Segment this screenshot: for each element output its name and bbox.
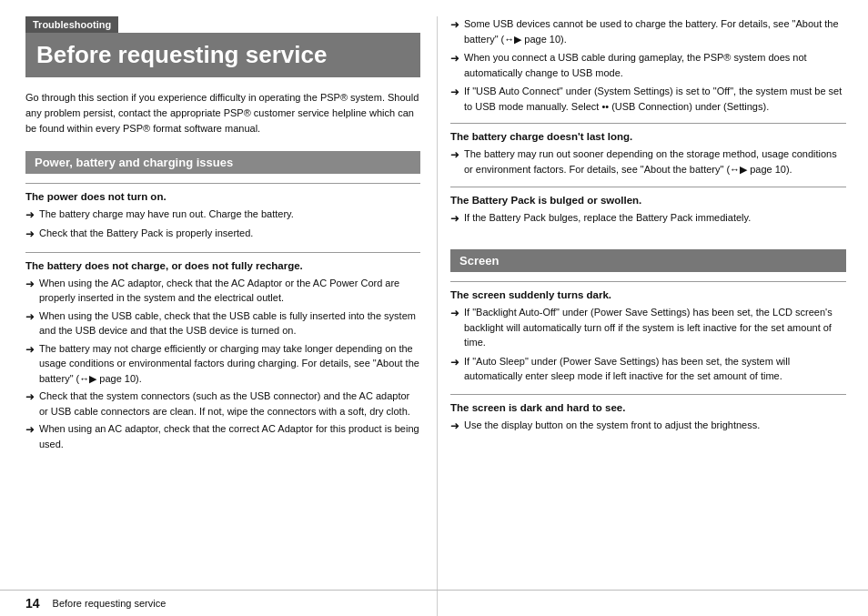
issue-battery-swollen: The Battery Pack is bulged or swollen. ➜… <box>450 187 846 237</box>
issue-battery-life-title: The battery charge doesn't last long. <box>450 131 846 142</box>
bullet-text: If "Backlight Auto-Off" under (Power Sav… <box>464 305 846 350</box>
intro-text: Go through this section if you experienc… <box>25 90 420 136</box>
arrow-icon: ➜ <box>450 305 459 321</box>
arrow-icon: ➜ <box>25 276 35 292</box>
bullet-text: If "USB Auto Connect" under (System Sett… <box>464 84 846 114</box>
arrow-icon: ➜ <box>450 16 459 33</box>
issue-battery-charge-title: The battery does not charge, or does not… <box>25 260 420 271</box>
arrow-icon: ➜ <box>25 341 35 358</box>
list-item: ➜ If "Auto Sleep" under (Power Save Sett… <box>450 354 846 384</box>
troubleshooting-label: Troubleshooting <box>25 16 420 33</box>
list-item: ➜ When using the USB cable, check that t… <box>25 308 420 338</box>
list-item: ➜ Check that the Battery Pack is properl… <box>25 226 420 242</box>
bullet-text: Some USB devices cannot be used to charg… <box>464 16 846 46</box>
arrow-icon: ➜ <box>25 226 35 242</box>
list-item: ➜ Some USB devices cannot be used to cha… <box>450 16 846 46</box>
page-title: Before requesting service <box>25 33 420 77</box>
arrow-icon: ➜ <box>450 84 459 100</box>
list-item: ➜ If "Backlight Auto-Off" under (Power S… <box>450 305 846 350</box>
bullet-text: Check that the system connectors (such a… <box>39 389 420 419</box>
issue-power-off-title: The power does not turn on. <box>25 191 420 202</box>
bullet-text: If the Battery Pack bulges, replace the … <box>464 210 846 226</box>
list-item: ➜ The battery charge may have run out. C… <box>25 207 420 223</box>
list-item: ➜ The battery may run out sooner dependi… <box>450 146 846 177</box>
issue-battery-charge: The battery does not charge, or does not… <box>25 252 420 462</box>
list-item: ➜ Use the display button on the system f… <box>450 418 846 434</box>
bullet-text: When using an AC adaptor, check that the… <box>39 421 420 451</box>
bullet-text: The battery may not charge efficiently o… <box>39 341 420 387</box>
list-item: ➜ The battery may not charge efficiently… <box>25 341 420 387</box>
arrow-icon: ➜ <box>450 50 459 66</box>
issue-battery-life: The battery charge doesn't last long. ➜ … <box>450 123 846 187</box>
arrow-icon: ➜ <box>450 418 459 434</box>
issue-battery-swollen-title: The Battery Pack is bulged or swollen. <box>450 195 846 206</box>
bullet-text: The battery charge may have run out. Cha… <box>39 207 420 222</box>
arrow-icon: ➜ <box>450 146 459 163</box>
page-number: 14 <box>25 596 40 611</box>
bullet-text: When you connect a USB cable during game… <box>464 50 846 80</box>
bullet-text: If "Auto Sleep" under (Power Save Settin… <box>464 354 846 384</box>
list-item: ➜ If the Battery Pack bulges, replace th… <box>450 210 846 227</box>
list-item: ➜ When you connect a USB cable during ga… <box>450 50 846 80</box>
bullet-text: When using the USB cable, check that the… <box>39 308 420 338</box>
footer: 14 Before requesting service <box>0 590 868 616</box>
arrow-icon: ➜ <box>25 308 35 325</box>
screen-section-header: Screen <box>450 249 846 272</box>
issue-screen-dark-title: The screen suddenly turns dark. <box>450 289 846 300</box>
footer-text: Before requesting service <box>53 598 167 609</box>
arrow-icon: ➜ <box>450 354 459 370</box>
issue-screen-hard-to-see-title: The screen is dark and hard to see. <box>450 402 846 413</box>
issue-screen-dark: The screen suddenly turns dark. ➜ If "Ba… <box>450 281 846 394</box>
arrow-icon: ➜ <box>25 207 35 223</box>
issue-screen-hard-to-see: The screen is dark and hard to see. ➜ Us… <box>450 394 846 444</box>
bullet-text: The battery may run out sooner depending… <box>464 146 846 177</box>
list-item: ➜ When using the AC adaptor, check that … <box>25 276 420 306</box>
list-item: ➜ When using an AC adaptor, check that t… <box>25 421 420 451</box>
power-section-header: Power, battery and charging issues <box>25 151 420 174</box>
arrow-icon: ➜ <box>25 389 35 405</box>
arrow-icon: ➜ <box>25 421 35 438</box>
bullet-text: Check that the Battery Pack is properly … <box>39 226 420 241</box>
bullet-text: Use the display button on the system fro… <box>464 418 846 433</box>
bullet-text: When using the AC adaptor, check that th… <box>39 276 420 306</box>
arrow-icon: ➜ <box>450 210 459 227</box>
list-item: ➜ Check that the system connectors (such… <box>25 389 420 419</box>
issue-power-off: The power does not turn on. ➜ The batter… <box>25 183 420 252</box>
list-item: ➜ If "USB Auto Connect" under (System Se… <box>450 84 846 114</box>
